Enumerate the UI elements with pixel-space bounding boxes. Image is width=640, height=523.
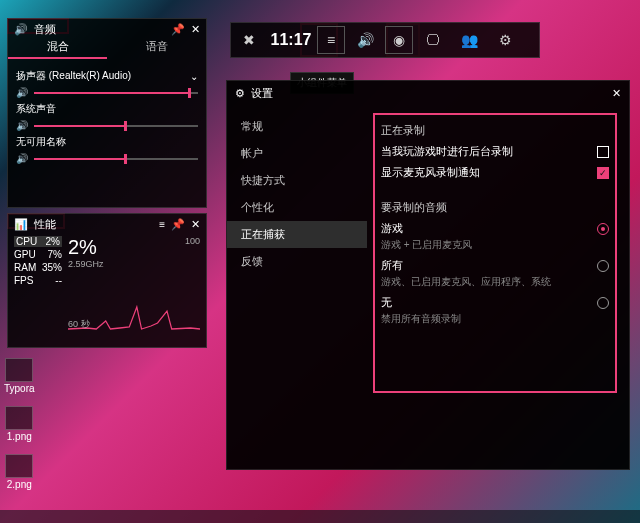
toggle-mic-notification[interactable]: 显示麦克风录制通知 xyxy=(381,165,609,180)
audio-widget: 🔊 音频 📌 ✕ 混合 语音 扬声器 (Realtek(R) Audio) ⌄ … xyxy=(7,18,207,208)
file-icon xyxy=(5,358,33,382)
perf-stats: CPU 2% GPU 7% RAM 35% FPS -- xyxy=(14,236,62,331)
nav-feedback[interactable]: 反馈 xyxy=(227,248,367,275)
icon-label: Typora xyxy=(4,383,35,394)
close-icon[interactable]: ✕ xyxy=(612,87,621,100)
pin-icon[interactable]: 📌 xyxy=(171,23,185,36)
settings-content-inner: 正在录制 当我玩游戏时进行后台录制 显示麦克风录制通知 要录制的音频 游戏 游戏… xyxy=(373,113,617,393)
stat-ram[interactable]: RAM 35% xyxy=(14,262,62,273)
perf-main: 2% 2.59GHz 100 60 秒 xyxy=(68,236,200,331)
perf-header: 📊 性能 ≡ 📌 ✕ xyxy=(8,214,206,234)
toggle-background-record[interactable]: 当我玩游戏时进行后台录制 xyxy=(381,144,609,159)
system-sound-label: 系统声音 xyxy=(16,102,198,116)
social-button[interactable]: 👥 xyxy=(451,22,487,58)
settings-nav: 常规 帐户 快捷方式 个性化 正在捕获 反馈 xyxy=(227,105,367,469)
settings-panel: ⚙ 设置 ✕ 常规 帐户 快捷方式 个性化 正在捕获 反馈 正在录制 当我玩游戏… xyxy=(226,80,630,470)
settings-header: ⚙ 设置 ✕ xyxy=(227,81,629,105)
stat-fps[interactable]: FPS -- xyxy=(14,275,62,286)
icon-label: 2.png xyxy=(7,479,32,490)
perf-big-value: 2% xyxy=(68,236,104,259)
perf-widget-title: 性能 xyxy=(34,217,153,232)
display-button[interactable]: 🖵 xyxy=(415,22,451,58)
pin-icon[interactable]: 📌 xyxy=(171,218,185,231)
tab-voice[interactable]: 语音 xyxy=(107,39,206,59)
settings-icon[interactable]: ≡ xyxy=(159,219,165,230)
tab-mix[interactable]: 混合 xyxy=(8,39,107,59)
volume-icon: 🔊 xyxy=(16,153,28,164)
settings-title: 设置 xyxy=(251,86,273,101)
nav-shortcut[interactable]: 快捷方式 xyxy=(227,167,367,194)
performance-widget: 📊 性能 ≡ 📌 ✕ CPU 2% GPU 7% RAM 35% FPS -- xyxy=(7,213,207,348)
gamebar-time: 11:17 xyxy=(267,31,315,49)
perf-chart: 60 秒 xyxy=(68,271,200,331)
nav-capturing[interactable]: 正在捕获 xyxy=(227,221,367,248)
desktop-icon-typora[interactable]: Typora xyxy=(4,358,35,394)
close-icon[interactable]: ✕ xyxy=(191,23,200,36)
section-audio-title: 要录制的音频 xyxy=(381,200,609,215)
device-row[interactable]: 扬声器 (Realtek(R) Audio) ⌄ xyxy=(16,69,198,83)
radio-all[interactable]: 所有 xyxy=(381,258,609,273)
radio-all-sub: 游戏、已启用麦克风、应用程序、系统 xyxy=(381,275,609,289)
toggle-mic-notification-label: 显示麦克风录制通知 xyxy=(381,165,480,180)
device-label: 扬声器 (Realtek(R) Audio) xyxy=(16,69,131,83)
radio-none[interactable]: 无 xyxy=(381,295,609,310)
no-available-label: 无可用名称 xyxy=(16,135,198,149)
desktop-icon-2png[interactable]: 2.png xyxy=(4,454,35,490)
nav-general[interactable]: 常规 xyxy=(227,113,367,140)
perf-body: CPU 2% GPU 7% RAM 35% FPS -- 2% 2.59GHz xyxy=(8,234,206,333)
settings-content: 正在录制 当我玩游戏时进行后台录制 显示麦克风录制通知 要录制的音频 游戏 游戏… xyxy=(367,105,629,469)
audio-body: 扬声器 (Realtek(R) Audio) ⌄ 🔊 系统声音 🔊 无可用名称 … xyxy=(8,59,206,172)
audio-button[interactable]: 🔊 xyxy=(347,22,383,58)
radio-selected[interactable] xyxy=(597,223,609,235)
close-icon[interactable]: ✕ xyxy=(191,218,200,231)
perf-chart-label: 60 秒 xyxy=(68,318,90,331)
perf-scale-max: 100 xyxy=(185,236,200,246)
device-slider-row: 🔊 xyxy=(16,87,198,98)
file-icon xyxy=(5,454,33,478)
volume-icon: 🔊 xyxy=(16,120,28,131)
checkbox-unchecked[interactable] xyxy=(597,146,609,158)
radio-game-sub: 游戏 + 已启用麦克风 xyxy=(381,238,609,252)
desktop-icons: Typora 1.png 2.png xyxy=(4,358,35,490)
radio-game[interactable]: 游戏 xyxy=(381,221,609,236)
nav-account[interactable]: 帐户 xyxy=(227,140,367,167)
settings-button[interactable]: ⚙ xyxy=(487,22,523,58)
device-slider[interactable] xyxy=(34,92,198,94)
toggle-background-record-label: 当我玩游戏时进行后台录制 xyxy=(381,144,513,159)
xbox-icon[interactable]: ✖ xyxy=(231,22,267,58)
taskbar[interactable] xyxy=(0,510,640,523)
gamebar: ✖ 11:17 ≡ 🔊 ◉ 🖵 👥 ⚙ xyxy=(230,22,540,58)
settings-body: 常规 帐户 快捷方式 个性化 正在捕获 反馈 正在录制 当我玩游戏时进行后台录制… xyxy=(227,105,629,469)
file-icon xyxy=(5,406,33,430)
system-slider[interactable] xyxy=(34,125,198,127)
speaker-icon: 🔊 xyxy=(14,23,28,36)
stat-cpu[interactable]: CPU 2% xyxy=(14,236,62,247)
desktop-icon-1png[interactable]: 1.png xyxy=(4,406,35,442)
nav-personalize[interactable]: 个性化 xyxy=(227,194,367,221)
capture-button[interactable]: ◉ xyxy=(385,26,413,54)
app-slider-row: 🔊 xyxy=(16,153,198,164)
radio-unselected[interactable] xyxy=(597,297,609,309)
gear-icon: ⚙ xyxy=(235,87,245,100)
radio-unselected[interactable] xyxy=(597,260,609,272)
system-slider-row: 🔊 xyxy=(16,120,198,131)
stat-gpu[interactable]: GPU 7% xyxy=(14,249,62,260)
volume-icon: 🔊 xyxy=(16,87,28,98)
icon-label: 1.png xyxy=(7,431,32,442)
audio-widget-title: 音频 xyxy=(34,22,165,37)
app-slider[interactable] xyxy=(34,158,198,160)
audio-tabs: 混合 语音 xyxy=(8,39,206,59)
section-recording-title: 正在录制 xyxy=(381,123,609,138)
checkbox-checked[interactable] xyxy=(597,167,609,179)
radio-none-sub: 禁用所有音频录制 xyxy=(381,312,609,326)
perf-sub-value: 2.59GHz xyxy=(68,259,104,269)
perf-icon: 📊 xyxy=(14,218,28,231)
widgets-menu-button[interactable]: ≡ xyxy=(317,26,345,54)
chevron-down-icon: ⌄ xyxy=(190,71,198,82)
audio-widget-header: 🔊 音频 📌 ✕ xyxy=(8,19,206,39)
